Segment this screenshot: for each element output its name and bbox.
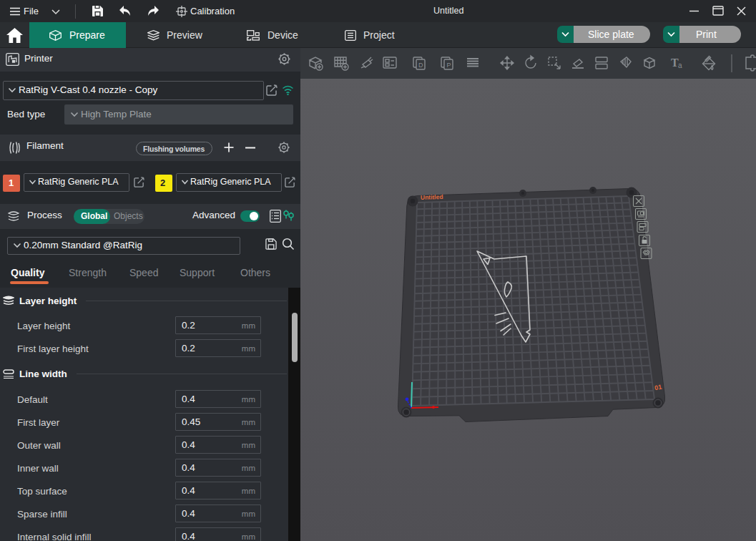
svg-text:P: P [447,62,451,69]
svg-text:a: a [678,62,682,69]
svg-text:Untitled: Untitled [421,193,443,201]
svg-text:D: D [418,62,423,69]
svg-text:01: 01 [654,384,662,392]
